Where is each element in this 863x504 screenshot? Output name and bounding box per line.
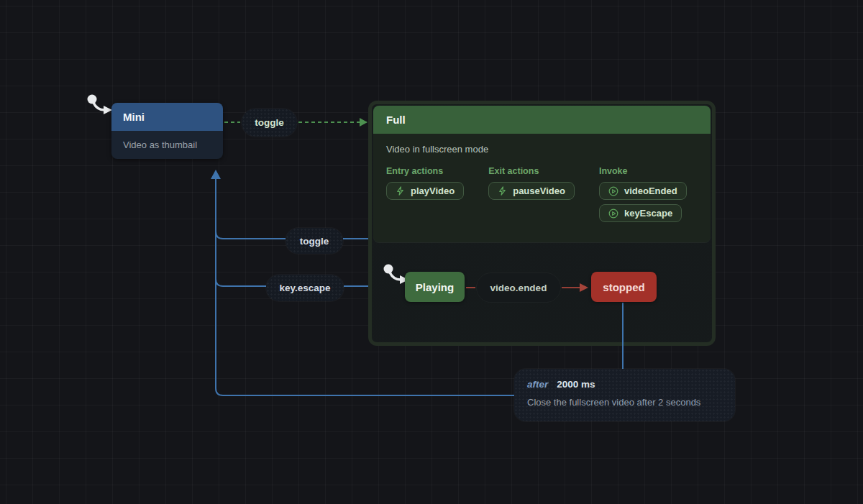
transition-video-ended[interactable]: video.ended xyxy=(477,273,560,302)
after-delay-description: Close the fullscreen video after 2 secon… xyxy=(527,397,722,408)
transition-key-escape-label: key.escape xyxy=(279,283,330,293)
state-full-description: Video in fullscreen mode xyxy=(373,134,711,157)
invoke-videoended[interactable]: videoEnded xyxy=(599,182,687,200)
state-stopped[interactable]: stopped xyxy=(591,272,657,302)
state-full-title[interactable]: Full xyxy=(373,106,711,134)
invoke-keyescape[interactable]: keyEscape xyxy=(599,204,682,222)
state-stopped-title: stopped xyxy=(603,281,644,293)
transition-video-ended-label: video.ended xyxy=(490,283,547,293)
initial-state-marker-root xyxy=(85,93,114,116)
transition-toggle-to-full[interactable]: toggle xyxy=(242,109,297,137)
exit-actions-label: Exit actions xyxy=(488,166,575,176)
invoke-videoended-label: videoEnded xyxy=(624,185,677,196)
after-delay-value: 2000 ms xyxy=(557,379,595,390)
invoke-column: Invoke videoEnded keyEscape xyxy=(599,166,687,222)
invoke-label: Invoke xyxy=(599,166,687,176)
state-full-actions: Entry actions playVideo Exit actions pau… xyxy=(373,157,711,231)
after-delay-row: after 2000 ms xyxy=(527,379,722,390)
after-keyword: after xyxy=(527,379,548,390)
state-playing-title: Playing xyxy=(416,281,454,293)
statechart-canvas[interactable]: { "machine": { "states": { "mini": { "ti… xyxy=(0,0,863,504)
invoke-keyescape-label: keyEscape xyxy=(624,208,672,219)
exit-actions-column: Exit actions pauseVideo xyxy=(488,166,575,222)
entry-action-playvideo-label: playVideo xyxy=(411,185,455,196)
exit-action-pausevideo[interactable]: pauseVideo xyxy=(488,182,575,200)
entry-action-playvideo[interactable]: playVideo xyxy=(386,182,464,200)
entry-actions-label: Entry actions xyxy=(386,166,464,176)
bolt-icon xyxy=(396,186,405,196)
transition-toggle-to-mini[interactable]: toggle xyxy=(286,228,343,254)
state-full-card[interactable]: Full Video in fullscreen mode Entry acti… xyxy=(373,106,711,242)
bolt-icon xyxy=(498,186,507,196)
entry-actions-column: Entry actions playVideo xyxy=(386,166,464,222)
exit-action-pausevideo-label: pauseVideo xyxy=(513,185,565,196)
transition-after-delay[interactable]: after 2000 ms Close the fullscreen video… xyxy=(514,369,735,421)
play-circle-icon xyxy=(608,209,618,219)
state-playing[interactable]: Playing xyxy=(405,272,465,302)
play-circle-icon xyxy=(608,186,618,196)
transition-key-escape[interactable]: key.escape xyxy=(266,275,344,301)
transition-toggle-to-mini-label: toggle xyxy=(300,236,329,247)
state-mini[interactable]: Mini Video as thumbail xyxy=(111,103,223,159)
state-mini-title[interactable]: Mini xyxy=(111,103,223,131)
transition-toggle-to-full-label: toggle xyxy=(255,117,284,128)
state-mini-description: Video as thumbail xyxy=(111,131,223,159)
